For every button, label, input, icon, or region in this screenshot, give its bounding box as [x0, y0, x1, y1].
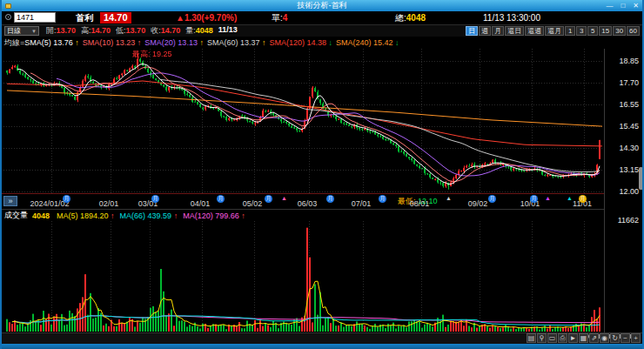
volume-canvas[interactable]: [3, 221, 604, 332]
period-button-5[interactable]: 5: [587, 26, 598, 36]
maximize-button[interactable]: □: [621, 0, 625, 11]
ohlc-field: 收:14.70: [151, 25, 180, 37]
volume-legend: 成交量 4048 MA(5) 1894.20 ↑MA(66) 439.59 ↑M…: [2, 209, 642, 221]
volume-ma-items: MA(5) 1894.20 ↑MA(66) 439.59 ↑MA(120) 79…: [57, 211, 251, 220]
ohlc-field: 開:13.70: [46, 25, 76, 37]
price-axis-label: 18.85: [619, 57, 639, 65]
ohlc-field-value: 14.70: [91, 26, 111, 35]
ohlc-field-label: 低:: [116, 26, 126, 35]
event-marker-icon[interactable]: 月: [379, 195, 386, 203]
sma-label: SMA(20) 13.13: [144, 38, 198, 47]
volume-ma-label: MA(66) 439.59: [120, 211, 172, 220]
sma-label: SMA(10) 13.23: [83, 38, 136, 47]
grid-icon[interactable]: ▦: [579, 333, 588, 343]
chart-toolbar: 日線 ▼ 開:13.70高:14.70低:13.70收:14.70量:40481…: [2, 24, 642, 37]
ohlc-field-value: 13.70: [126, 26, 146, 35]
vertical-scrollbar[interactable]: [639, 167, 643, 190]
print-icon[interactable]: ⎙: [558, 333, 567, 343]
period-button-還日[interactable]: 還日: [505, 26, 524, 36]
time-axis-label: 03/01: [120, 199, 176, 208]
volume-ma-item: MA(120) 799.66 ↑: [183, 211, 245, 220]
quote-datetime: 11/13 13:30:00: [483, 12, 540, 23]
trend-icon[interactable]: ⇗: [589, 333, 599, 343]
trend-arrow-icon: ↓: [326, 38, 332, 47]
ohlc-field-value: 4048: [196, 26, 213, 35]
ohlc-field: 低:13.70: [116, 25, 145, 37]
triangle-marker-icon[interactable]: ▲: [281, 195, 287, 201]
close-button[interactable]: ✕: [633, 0, 639, 11]
period-buttons: 日週月還日還週還月135153060: [466, 26, 640, 36]
price-chart-pane[interactable]: 最高: 19.25: [2, 49, 604, 193]
time-axis-label: 08/01: [392, 199, 447, 208]
period-button-還月[interactable]: 還月: [545, 26, 564, 36]
period-button-15[interactable]: 15: [599, 26, 612, 36]
price-axis-label: 14.30: [619, 144, 639, 152]
ohlc-field-label: 量:: [185, 26, 196, 35]
bottom-bar: ▤⚲▭⎙►▦⇗◉↻−+: [2, 332, 642, 344]
cursor-icon[interactable]: ►: [568, 333, 578, 343]
sma-items: SMA(5) 13.76 ↑SMA(10) 13.23 ↑SMA(20) 13.…: [24, 38, 402, 47]
chevron-down-icon: ▼: [31, 29, 37, 34]
quote-bar: 首利 14.70 ▲1.30(+9.70%) 單:4 總:4048 11/13 …: [2, 11, 642, 24]
ohlc-fields: 開:13.70高:14.70低:13.70收:14.70量:404811/13: [46, 25, 238, 37]
expand-button[interactable]: »: [3, 196, 17, 206]
triangle-marker-icon[interactable]: ▲: [446, 195, 452, 201]
period-button-30[interactable]: 30: [613, 26, 626, 36]
ohlc-field: 量:4048: [185, 25, 213, 37]
period-button-1[interactable]: 1: [565, 26, 575, 36]
event-marker-icon[interactable]: 月: [217, 195, 225, 203]
file-icon[interactable]: ▤: [527, 333, 536, 343]
event-marker-icon[interactable]: 月: [151, 195, 159, 203]
event-marker-icon[interactable]: 月: [579, 195, 587, 203]
last-price: 14.70: [100, 12, 131, 23]
period-button-3[interactable]: 3: [576, 26, 587, 36]
highest-price-label: 最高: 19.25: [132, 49, 172, 60]
period-dropdown-value: 日線: [7, 26, 21, 36]
ohlc-field: 高:14.70: [81, 25, 111, 37]
event-marker-icon[interactable]: 月: [326, 195, 334, 203]
period-button-週[interactable]: 週: [479, 26, 491, 36]
event-marker-icon[interactable]: 月: [63, 195, 70, 203]
eye-icon[interactable]: ◉: [600, 333, 609, 343]
ohlc-field-value: 13.70: [57, 26, 77, 35]
zoom-tool-icon[interactable]: ⚲: [537, 333, 547, 343]
price-canvas[interactable]: [3, 49, 604, 193]
symbol-input[interactable]: [14, 12, 56, 23]
period-dropdown[interactable]: 日線 ▼: [4, 26, 39, 36]
triangle-marker-icon[interactable]: ▲: [545, 195, 551, 201]
sma-legend-item: SMA(60) 13.37 ↑: [207, 38, 266, 47]
ohlc-field-label: 開:: [46, 26, 57, 35]
stock-name: 首利: [76, 12, 93, 23]
event-marker-icon[interactable]: 月: [530, 195, 538, 203]
titlebar: 技術分析-首利 —□✕: [2, 0, 642, 11]
zoom-out-icon[interactable]: −: [621, 333, 630, 343]
price-axis-label: 15.45: [619, 122, 639, 131]
triangle-marker-icon[interactable]: ▲: [567, 195, 573, 201]
volume-chart-pane[interactable]: [2, 221, 604, 332]
window-border: [2, 344, 642, 349]
price-axis-label: 16.55: [619, 100, 639, 109]
app-window: 技術分析-首利 —□✕ 首利 14.70 ▲1.30(+9.70%) 單:4 總…: [0, 0, 644, 349]
period-button-日[interactable]: 日: [466, 26, 478, 36]
volume-ma-item: MA(66) 439.59 ↑: [120, 211, 178, 220]
period-button-月[interactable]: 月: [492, 26, 504, 36]
ohlc-field: 11/13: [218, 25, 238, 37]
sma-legend: 均線= SMA(5) 13.76 ↑SMA(10) 13.23 ↑SMA(20)…: [2, 37, 642, 49]
trend-arrow-icon: ↓: [393, 38, 399, 47]
time-axis: » 最低: 12.10 2024/01/0202/0103/0104/0105/…: [2, 193, 604, 209]
window-icon[interactable]: ▭: [547, 333, 557, 343]
event-marker-icon[interactable]: 月: [488, 195, 496, 203]
price-change: ▲1.30(+9.70%): [176, 12, 237, 23]
refresh-icon[interactable]: ↻: [610, 333, 620, 343]
minimize-button[interactable]: —: [606, 0, 613, 11]
sma-legend-item: SMA(120) 14.38 ↓: [269, 38, 332, 47]
zoom-in-icon[interactable]: +: [631, 333, 641, 343]
period-button-還週[interactable]: 還週: [525, 26, 544, 36]
period-button-60[interactable]: 60: [627, 26, 640, 36]
sma-prefix: 均線=: [4, 37, 24, 49]
ohlc-field-label: 高:: [81, 26, 91, 35]
event-marker-icon[interactable]: 月: [265, 195, 272, 203]
single-volume: 單:4: [272, 12, 287, 23]
target-icon[interactable]: [5, 14, 11, 20]
sma-legend-item: SMA(240) 15.42 ↓: [336, 38, 399, 47]
